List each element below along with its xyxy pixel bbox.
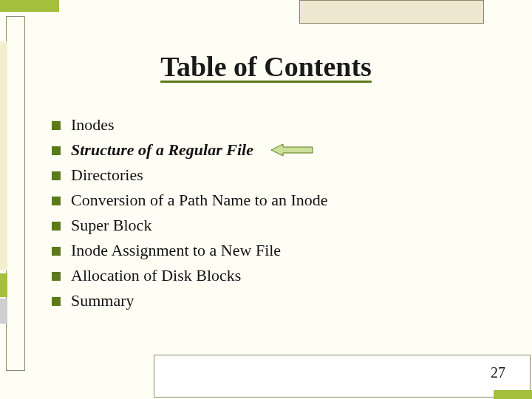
list-item-label: Structure of a Regular File [71,140,253,160]
decor-left-gray-strip [0,299,7,324]
list-item: Inodes [52,115,466,135]
page-number: 27 [491,364,505,381]
list-item: Inode Assignment to a New File [52,240,466,261]
svg-marker-0 [271,144,313,156]
square-bullet-icon [52,247,61,256]
list-item-label: Summary [71,291,134,310]
left-arrow-icon [271,143,314,157]
square-bullet-icon [52,121,61,130]
decor-top-olive-bar [0,0,59,12]
list-item: Conversion of a Path Name to an Inode [52,190,466,211]
slide: Table of Contents Inodes Structure of a … [0,0,532,399]
decor-top-right-box [299,0,484,24]
page-title: Table of Contents [0,50,532,83]
list-item: Directories [52,165,466,185]
list-item-label: Super Block [71,216,151,235]
list-item-label: Directories [71,166,143,185]
toc-list: Inodes Structure of a Regular File Direc… [52,115,466,316]
list-item: Super Block [52,215,466,236]
list-item-label: Allocation of Disk Blocks [71,266,241,285]
decor-bottom-olive-bar [494,390,532,399]
square-bullet-icon [52,297,61,306]
decor-bottom-box [154,355,531,398]
decor-left-olive-strip [0,273,7,297]
square-bullet-icon [52,171,61,180]
list-item: Summary [52,290,466,311]
list-item: Structure of a Regular File [52,140,466,160]
square-bullet-icon [52,197,61,205]
square-bullet-icon [52,146,61,155]
square-bullet-icon [52,222,61,231]
list-item-label: Inode Assignment to a New File [71,241,281,260]
square-bullet-icon [52,272,61,281]
list-item-label: Conversion of a Path Name to an Inode [71,191,328,210]
list-item-label: Inodes [71,115,115,134]
list-item: Allocation of Disk Blocks [52,265,466,286]
